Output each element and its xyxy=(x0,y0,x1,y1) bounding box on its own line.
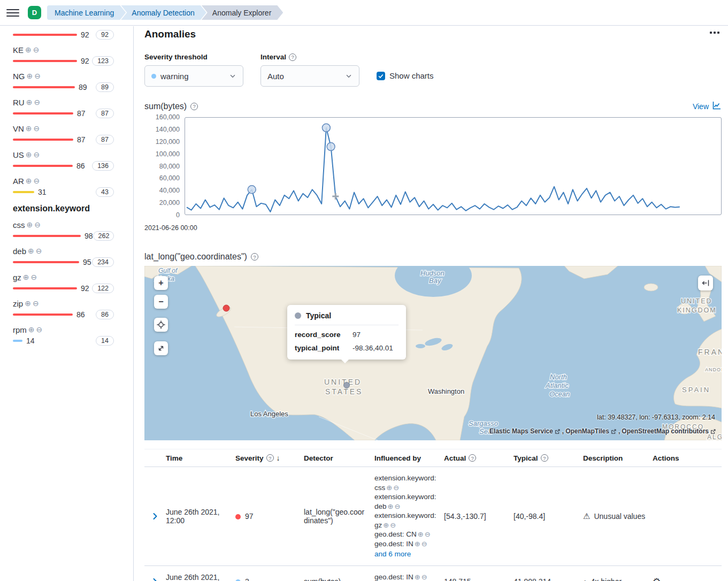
remove-filter-icon[interactable]: ⊖ xyxy=(34,72,41,80)
remove-filter-icon[interactable]: ⊖ xyxy=(31,273,37,281)
map-label-north-atlantic: North xyxy=(550,373,567,381)
map-label-united-states: UNITED xyxy=(324,378,362,386)
attribution-link[interactable]: OpenMapTiles, xyxy=(565,427,620,435)
severity-threshold-select[interactable]: warning xyxy=(144,65,243,87)
remove-filter-icon[interactable]: ⊖ xyxy=(36,326,43,333)
expand-row-icon[interactable] xyxy=(144,577,166,581)
expand-map-icon[interactable] xyxy=(154,341,168,355)
y-tick-label: 60,000 xyxy=(144,174,180,182)
remove-filter-icon[interactable]: ⊖ xyxy=(33,300,39,307)
remove-filter-icon[interactable]: ⊖ xyxy=(422,540,427,548)
influencer-score-bar xyxy=(13,112,73,114)
interval-select[interactable]: Auto xyxy=(260,65,359,87)
remove-filter-icon[interactable]: ⊖ xyxy=(33,46,40,53)
add-filter-icon[interactable]: ⊕ xyxy=(28,247,34,255)
influencer-max-score: 86 xyxy=(76,162,85,170)
influencer-score-bar xyxy=(13,261,79,263)
add-filter-icon[interactable]: ⊕ xyxy=(23,273,29,281)
tooltip-title: Typical xyxy=(306,311,331,320)
remove-filter-icon[interactable]: ⊖ xyxy=(34,177,40,185)
layers-panel-toggle-icon[interactable] xyxy=(698,276,713,290)
remove-filter-icon[interactable]: ⊖ xyxy=(394,502,400,510)
add-filter-icon[interactable]: ⊕ xyxy=(25,46,32,53)
add-filter-icon[interactable]: ⊕ xyxy=(27,72,33,80)
svg-text:Ocean: Ocean xyxy=(549,390,570,398)
zoom-out-button[interactable]: − xyxy=(154,295,168,309)
show-charts-label: Show charts xyxy=(389,71,434,80)
severity-cell: 2 xyxy=(235,577,304,581)
actual-point-marker[interactable] xyxy=(223,305,229,311)
anomaly-map[interactable]: Gulf of Alaska Hudson Bay UNITED STATES … xyxy=(144,266,722,440)
add-filter-icon[interactable]: ⊕ xyxy=(25,300,31,307)
zoom-in-button[interactable]: + xyxy=(154,276,168,290)
remove-filter-icon[interactable]: ⊖ xyxy=(34,125,40,132)
remove-filter-icon[interactable]: ⊖ xyxy=(422,573,427,581)
view-link[interactable]: View xyxy=(693,101,722,112)
tooltip-typical-point-label: typical_point xyxy=(295,344,352,352)
influencer-max-score: 87 xyxy=(77,135,86,144)
influencer-score-bar xyxy=(13,139,73,141)
anomaly-line-chart xyxy=(185,118,721,215)
add-filter-icon[interactable]: ⊕ xyxy=(386,484,392,492)
influencer-total-badge: 43 xyxy=(96,187,114,197)
add-filter-icon[interactable]: ⊕ xyxy=(26,98,33,106)
severity-threshold-value: warning xyxy=(160,72,189,81)
influencer-item: gz⊕⊖92122 xyxy=(13,271,114,294)
influencer-item: zip⊕⊖8686 xyxy=(13,297,114,320)
chart-title: sum(bytes) xyxy=(144,102,187,111)
menu-icon[interactable] xyxy=(6,6,19,19)
remove-filter-icon[interactable]: ⊖ xyxy=(34,151,40,158)
show-more-influencers-link[interactable]: and 6 more xyxy=(374,549,438,559)
anomaly-marker-icon[interactable] xyxy=(248,186,256,194)
add-filter-icon[interactable]: ⊕ xyxy=(26,125,32,132)
add-filter-icon[interactable]: ⊕ xyxy=(28,326,35,333)
remove-filter-icon[interactable]: ⊖ xyxy=(36,247,42,255)
attribution-link[interactable]: Elastic Maps Service, xyxy=(489,427,564,435)
add-filter-icon[interactable]: ⊕ xyxy=(383,521,389,529)
influenced-by-entry: extension.keyword:gz⊕⊖ xyxy=(374,511,438,530)
expand-row-icon[interactable] xyxy=(144,512,166,521)
svg-text:KINGDOM: KINGDOM xyxy=(677,307,717,314)
gear-icon[interactable]: ⚙ xyxy=(653,577,661,581)
add-filter-icon[interactable]: ⊕ xyxy=(415,573,420,581)
influencer-label: US xyxy=(13,150,24,159)
remove-filter-icon[interactable]: ⊖ xyxy=(393,484,399,492)
column-header-severity[interactable]: Severity?↓ xyxy=(235,454,304,462)
anomaly-marker-icon[interactable] xyxy=(322,124,330,132)
remove-filter-icon[interactable]: ⊖ xyxy=(390,521,396,529)
remove-filter-icon[interactable]: ⊖ xyxy=(34,221,41,228)
column-header-actual: Actual? xyxy=(444,454,514,462)
info-icon: ? xyxy=(190,103,198,110)
breadcrumb-anomaly-detection[interactable]: Anomaly Detection xyxy=(121,5,206,20)
sort-desc-icon[interactable]: ↓ xyxy=(277,454,280,462)
add-filter-icon[interactable]: ⊕ xyxy=(27,221,33,228)
add-filter-icon[interactable]: ⊕ xyxy=(26,151,32,158)
typical-point-marker[interactable] xyxy=(344,383,350,388)
fit-to-data-icon[interactable] xyxy=(154,318,168,332)
influencer-max-score: 92 xyxy=(81,57,89,65)
panel-options-icon[interactable] xyxy=(708,28,722,37)
column-header-detector: Detector xyxy=(304,454,374,462)
influencer-max-score: 95 xyxy=(83,258,91,266)
anomaly-chart-canvas[interactable] xyxy=(185,117,722,215)
add-filter-icon[interactable]: ⊕ xyxy=(26,177,32,185)
influencer-total-badge: 87 xyxy=(96,135,114,144)
interval-control: Interval ? Auto xyxy=(260,53,359,87)
remove-filter-icon[interactable]: ⊖ xyxy=(34,98,40,106)
breadcrumb-machine-learning[interactable]: Machine Learning xyxy=(47,5,126,20)
add-filter-icon[interactable]: ⊕ xyxy=(388,502,394,510)
anomaly-marker-icon[interactable] xyxy=(327,143,335,151)
influencer-score-bar xyxy=(13,314,73,316)
add-filter-icon[interactable]: ⊕ xyxy=(415,540,420,548)
up-icon: ↑ xyxy=(583,577,587,581)
remove-filter-icon[interactable]: ⊖ xyxy=(425,530,431,538)
influenced-by-cell: extension.keyword:css⊕⊖extension.keyword… xyxy=(374,473,444,559)
space-avatar[interactable]: D xyxy=(28,6,41,19)
influencer-score-bar xyxy=(13,235,81,237)
attribution-link[interactable]: OpenStreetMap contributors xyxy=(622,427,716,435)
y-tick-label: 40,000 xyxy=(144,186,180,195)
add-filter-icon[interactable]: ⊕ xyxy=(418,530,424,538)
column-header-typical: Typical? xyxy=(514,454,583,462)
influencer-max-score: 31 xyxy=(38,188,47,196)
show-charts-checkbox[interactable]: Show charts xyxy=(377,71,434,80)
